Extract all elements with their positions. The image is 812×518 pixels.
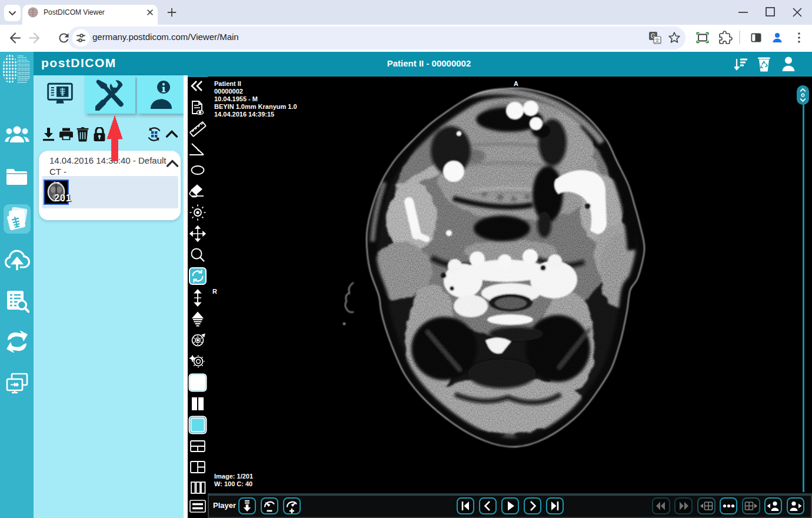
svg-text:文: 文 — [655, 38, 660, 44]
